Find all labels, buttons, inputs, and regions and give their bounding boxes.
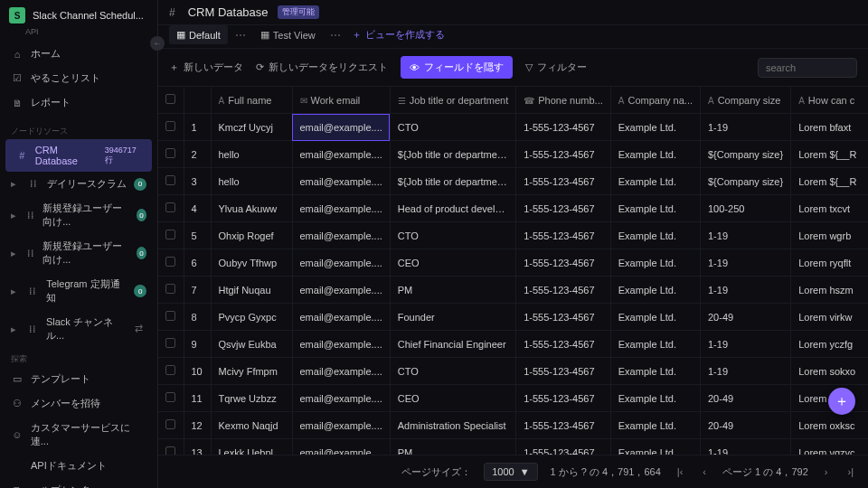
cell-how[interactable]: Lorem hszm [791,277,868,304]
cell-how[interactable]: Lorem bfaxt [791,114,868,141]
cell-company[interactable]: Example Ltd. [610,304,700,331]
cell-name[interactable]: Oubyv Tfhwp [211,249,292,277]
cell-company[interactable]: Example Ltd. [610,141,700,168]
folder-item[interactable]: ▸⁞⁞新規登録ユーザー向け...0 [0,196,157,234]
new-data-button[interactable]: ＋ 新しいデータ [169,61,243,74]
row-checkbox[interactable] [165,338,175,348]
row-checkbox[interactable] [165,284,175,294]
table-row[interactable]: 6 Oubyv Tfhwp email@example.... CEO 1-55… [158,249,868,277]
cell-name[interactable]: Tqrwe Uzbzz [211,385,292,412]
table-container[interactable]: AFull name✉Work email☰Job title or depar… [158,87,868,455]
row-checkbox[interactable] [165,311,175,321]
column-header[interactable]: AHow can c [791,87,868,114]
tab-menu[interactable]: ⋯ [326,29,344,42]
cell-email[interactable]: email@example.... [292,195,390,222]
cell-name[interactable]: Kmczf Uycyj [211,114,292,141]
cell-email[interactable]: email@example.... [292,249,390,277]
cell-company[interactable]: Example Ltd. [610,168,700,195]
request-data-button[interactable]: ⟳ 新しいデータをリクエスト [256,61,388,74]
select-all-header[interactable] [158,87,184,114]
row-checkbox[interactable] [165,230,175,239]
row-checkbox[interactable] [165,365,175,375]
table-row[interactable]: 10 Mcivy Ffmpm email@example.... CTO 1-5… [158,358,868,385]
cell-company[interactable]: Example Ltd. [610,358,700,385]
cell-phone[interactable]: 1-555-123-4567 [516,358,611,385]
row-checkbox[interactable] [165,148,175,158]
cell-company[interactable]: Example Ltd. [610,195,700,222]
cell-size[interactable]: 1-19 [701,439,791,455]
cell-email[interactable]: email@example.... [292,439,390,455]
view-tab[interactable]: ▦Test View [253,25,323,44]
cell-email[interactable]: email@example.... [292,385,390,412]
table-row[interactable]: 2 hello email@example.... ${Job title or… [158,141,868,168]
cell-size[interactable]: 20-49 [701,385,791,412]
cell-how[interactable]: Lorem txcvt [791,195,868,222]
cell-phone[interactable]: 1-555-123-4567 [516,249,611,277]
cell-phone[interactable]: 1-555-123-4567 [516,439,611,455]
cell-email[interactable]: email@example.... [292,222,390,249]
cell-size[interactable]: 1-19 [701,358,791,385]
cell-how[interactable]: Lorem virkw [791,304,868,331]
cell-phone[interactable]: 1-555-123-4567 [516,331,611,358]
cell-size[interactable]: 20-49 [701,304,791,331]
hide-fields-button[interactable]: 👁 フィールドを隠す [401,56,513,79]
cell-phone[interactable]: 1-555-123-4567 [516,277,611,304]
column-header[interactable]: ACompany na... [610,87,700,114]
cell-job[interactable]: Chief Financial Engineer [390,331,515,358]
cell-email[interactable]: email@example.... [292,114,390,141]
cell-how[interactable]: Lorem ${__R [791,141,868,168]
cell-name[interactable]: Qsvjw Eukba [211,331,292,358]
last-page-button[interactable]: ›| [844,465,857,479]
column-header[interactable]: ☰Job title or department [390,87,515,114]
cell-name[interactable]: Mcivy Ffmpm [211,358,292,385]
cell-company[interactable]: Example Ltd. [610,412,700,439]
cell-how[interactable]: Lorem oxksc [791,412,868,439]
cell-phone[interactable]: 1-555-123-4567 [516,195,611,222]
table-row[interactable]: 8 Pvycp Gyxpc email@example.... Founder … [158,304,868,331]
table-row[interactable]: 13 Lexkk Uebpl email@example.... PM 1-55… [158,439,868,455]
page-size-select[interactable]: 1000 ▼ [484,463,537,481]
row-checkbox[interactable] [165,392,175,402]
column-header[interactable]: AFull name [211,87,292,114]
row-checkbox[interactable] [165,257,175,267]
table-row[interactable]: 11 Tqrwe Uzbzz email@example.... CEO 1-5… [158,385,868,412]
table-row[interactable]: 1 Kmczf Uycyj email@example.... CTO 1-55… [158,114,868,141]
column-header[interactable]: ✉Work email [292,87,390,114]
filter-button[interactable]: ▽ フィルター [525,61,587,74]
cell-phone[interactable]: 1-555-123-4567 [516,385,611,412]
folder-item[interactable]: ▸⁞⁞Slack チャンネル...⇄ [0,310,157,348]
cell-how[interactable]: Lorem ${__R [791,168,868,195]
cell-size[interactable]: 20-49 [701,412,791,439]
cell-name[interactable]: Kexmo Naqjd [211,412,292,439]
cell-name[interactable]: Pvycp Gyxpc [211,304,292,331]
nav-item[interactable]: 🗎レポート [0,90,157,115]
cell-size[interactable]: 1-19 [701,114,791,141]
cell-job[interactable]: Head of product development ... [390,195,515,222]
table-row[interactable]: 5 Ohxip Rogef email@example.... CTO 1-55… [158,222,868,249]
sidebar-item-crm-database[interactable]: # CRM Database 3946717行 [5,139,152,172]
cell-email[interactable]: email@example.... [292,412,390,439]
cell-job[interactable]: CEO [390,249,515,277]
cell-company[interactable]: Example Ltd. [610,331,700,358]
cell-how[interactable]: Lorem sokxo [791,358,868,385]
nav-item[interactable]: ⌂ホーム [0,42,157,66]
row-checkbox[interactable] [165,121,175,131]
cell-email[interactable]: email@example.... [292,358,390,385]
folder-item[interactable]: ▸⁞⁞新規登録ユーザー向け...0 [0,234,157,272]
explore-item[interactable]: ▭テンプレート [0,367,157,391]
cell-how[interactable]: Lorem yczfg [791,331,868,358]
cell-email[interactable]: email@example.... [292,277,390,304]
cell-name[interactable]: hello [211,141,292,168]
cell-job[interactable]: PM [390,439,515,455]
cell-size[interactable]: ${Company size} [701,168,791,195]
row-checkbox[interactable] [165,446,175,455]
cell-phone[interactable]: 1-555-123-4567 [516,222,611,249]
search-input[interactable] [758,58,857,78]
cell-how[interactable]: Lorem wgrb [791,222,868,249]
explore-item[interactable]: ☺カスタマーサービスに連... [0,416,157,454]
cell-name[interactable]: hello [211,168,292,195]
workspace-header[interactable]: S Slack Channel Schedul... [0,0,157,31]
cell-name[interactable]: Htgif Nuqau [211,277,292,304]
prev-page-button[interactable]: ‹ [699,465,710,479]
table-row[interactable]: 12 Kexmo Naqjd email@example.... Adminis… [158,412,868,439]
